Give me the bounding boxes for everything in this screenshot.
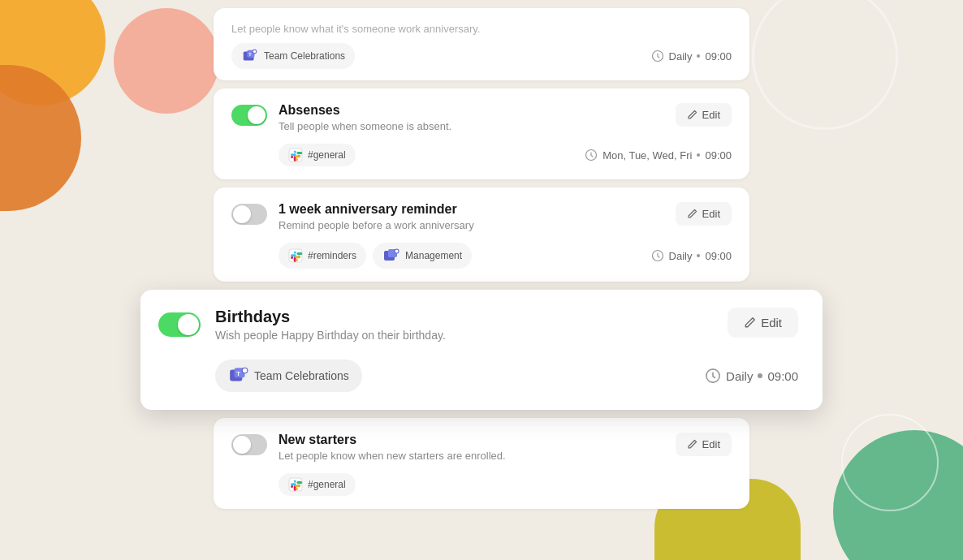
work-anniversary-schedule-label: Daily (669, 50, 693, 62)
new-starters-edit-label: Edit (702, 438, 720, 450)
new-starters-toggle[interactable] (231, 434, 267, 455)
new-starters-footer: #general (279, 473, 732, 496)
slack-icon-1 (288, 148, 303, 162)
anniversary-schedule: Daily 09:00 (651, 249, 732, 262)
clock-icon-2 (651, 249, 664, 262)
card-work-anniversary: Let people know what it's someone work a… (214, 8, 749, 80)
absenses-footer: #general Mon, Tue, Wed, Fri 09:00 (279, 144, 732, 166)
new-starters-desc: Let people know when new starters are en… (279, 450, 506, 462)
birthdays-channel-label: Team Celebrations (254, 369, 349, 382)
work-anniversary-channel: T Team Celebrations (231, 43, 355, 69)
teams-icon-2b (382, 247, 400, 265)
birthdays-title: Birthdays (215, 308, 446, 326)
anniversary-edit-label: Edit (702, 208, 720, 220)
anniversary-title: 1 week anniversary reminder (279, 202, 474, 217)
card-anniversary-reminder: 1 week anniversary reminder Remind peopl… (214, 187, 749, 282)
work-anniversary-channel-label: Team Celebrations (264, 50, 345, 62)
absenses-edit-label: Edit (702, 109, 720, 121)
birthdays-edit-button[interactable]: Edit (728, 308, 798, 338)
teams-icon-3: T (228, 365, 249, 386)
clock-icon-0 (651, 50, 664, 62)
work-anniversary-desc: Let people know what it's someone work a… (231, 23, 732, 35)
absenses-channel-label: #general (308, 149, 346, 161)
birthdays-schedule-label: Daily (726, 369, 753, 383)
absenses-channel: #general (279, 144, 356, 166)
absenses-row: Absenses Tell people when someone is abs… (231, 103, 732, 166)
anniversary-channel-management-label: Management (405, 250, 462, 261)
slack-icon-4 (288, 477, 303, 492)
anniversary-channel-reminders: #reminders (279, 243, 366, 269)
absenses-title-area: Absenses Tell people when someone is abs… (279, 103, 451, 144)
pencil-icon-1 (687, 110, 697, 120)
birthdays-time: 09:00 (767, 369, 798, 383)
card-new-starters: New starters Let people know when new st… (214, 418, 749, 509)
work-anniversary-schedule: Daily 09:00 (651, 50, 732, 62)
anniversary-channels: #reminders Management (279, 243, 472, 269)
absenses-toggle[interactable] (231, 105, 267, 126)
dot-1 (697, 153, 700, 157)
svg-point-17 (243, 368, 247, 373)
absenses-title: Absenses (279, 103, 451, 118)
birthdays-channel: T Team Celebrations (215, 360, 362, 392)
clock-icon-3 (705, 368, 721, 384)
pencil-icon-2 (687, 209, 697, 219)
anniversary-channel-management: Management (373, 243, 472, 269)
anniversary-desc: Remind people before a work anniversary (279, 219, 474, 231)
anniversary-row: 1 week anniversary reminder Remind peopl… (231, 202, 732, 269)
birthdays-toggle-area (158, 308, 201, 337)
svg-point-3 (253, 50, 257, 54)
new-starters-channel: #general (279, 473, 356, 496)
dot-0 (697, 54, 700, 58)
clock-icon-1 (585, 149, 598, 162)
birthdays-title-area: Birthdays Wish people Happy Birthday on … (215, 308, 446, 356)
dot-2 (697, 254, 700, 257)
absenses-toggle-thumb (248, 106, 266, 124)
slack-icon-2a (288, 248, 303, 263)
teams-icon: T (241, 47, 259, 65)
anniversary-toggle[interactable] (231, 204, 267, 225)
absenses-content: Absenses Tell people when someone is abs… (279, 103, 732, 166)
birthdays-schedule: Daily 09:00 (705, 368, 798, 384)
birthdays-footer: T Team Celebrations Daily 09:00 (215, 360, 798, 392)
absenses-time: 09:00 (705, 149, 732, 162)
absenses-schedule-label: Mon, Tue, Wed, Fri (602, 149, 692, 162)
birthdays-desc: Wish people Happy Birthday on their birt… (215, 329, 446, 342)
anniversary-edit-button[interactable]: Edit (676, 202, 732, 226)
anniversary-title-area: 1 week anniversary reminder Remind peopl… (279, 202, 474, 243)
new-starters-channel-label: #general (308, 479, 346, 490)
pencil-icon-3 (744, 317, 756, 329)
birthdays-content: Birthdays Wish people Happy Birthday on … (215, 308, 798, 392)
new-starters-content: New starters Let people know when new st… (279, 433, 732, 496)
anniversary-toggle-thumb (233, 205, 251, 223)
new-starters-row: New starters Let people know when new st… (231, 433, 732, 496)
pencil-icon-4 (687, 439, 697, 450)
absenses-edit-button[interactable]: Edit (676, 103, 732, 127)
card-list: Let people know what it's someone work a… (214, 0, 749, 509)
new-starters-edit-button[interactable]: Edit (676, 433, 732, 456)
anniversary-content: 1 week anniversary reminder Remind peopl… (279, 202, 732, 269)
anniversary-time: 09:00 (705, 250, 732, 262)
card-absenses: Absenses Tell people when someone is abs… (214, 88, 749, 179)
main-container: Let people know what it's someone work a… (0, 0, 963, 509)
new-starters-title-area: New starters Let people know when new st… (279, 433, 506, 473)
anniversary-schedule-label: Daily (669, 250, 693, 262)
anniversary-footer: #reminders Management (279, 243, 732, 269)
new-starters-toggle-thumb (233, 436, 251, 454)
birthdays-toggle[interactable] (158, 312, 201, 337)
svg-point-12 (395, 250, 399, 253)
new-starters-title: New starters (279, 433, 506, 447)
birthdays-edit-label: Edit (761, 316, 782, 330)
work-anniversary-footer: T Team Celebrations Daily 09:00 (231, 43, 732, 69)
work-anniversary-time: 09:00 (705, 50, 732, 62)
birthdays-toggle-thumb (178, 314, 199, 335)
anniversary-channel-reminders-label: #reminders (308, 250, 356, 261)
svg-text:T: T (236, 370, 240, 377)
dot-3 (758, 373, 762, 378)
absenses-schedule: Mon, Tue, Wed, Fri 09:00 (585, 149, 732, 162)
absenses-desc: Tell people when someone is absent. (279, 120, 451, 132)
card-birthdays: Birthdays Wish people Happy Birthday on … (140, 290, 823, 410)
